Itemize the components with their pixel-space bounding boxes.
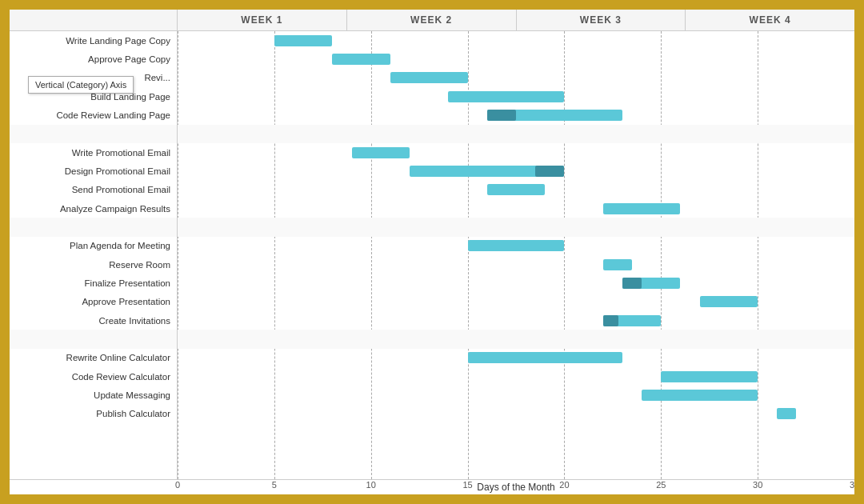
x-tick: 0 bbox=[175, 480, 180, 490]
task-label: Write Landing Page Copy bbox=[10, 31, 177, 50]
task-label: Publish Calculator bbox=[10, 405, 177, 423]
task-label: Rewrite Online Calculator bbox=[10, 349, 177, 367]
bar-row bbox=[178, 405, 854, 423]
weeks-area: WEEK 1WEEK 2WEEK 3WEEK 4 bbox=[178, 10, 854, 30]
bar-row bbox=[178, 69, 854, 87]
label-col-header bbox=[10, 10, 178, 30]
gantt-bar-light bbox=[487, 184, 546, 195]
bar-row bbox=[178, 237, 854, 255]
x-tick: 20 bbox=[559, 480, 569, 490]
task-label: Write Promotional Email bbox=[10, 143, 177, 162]
labels-column: Write Landing Page CopyApprove Page Copy… bbox=[10, 31, 178, 479]
x-axis-spacer bbox=[10, 480, 178, 494]
bar-row bbox=[178, 311, 854, 330]
x-tick: 35 bbox=[850, 480, 856, 490]
label-spacer bbox=[10, 330, 177, 348]
bar-spacer-row bbox=[178, 125, 854, 143]
x-tick: 10 bbox=[366, 480, 376, 490]
bar-spacer-row bbox=[178, 330, 854, 348]
x-tick: 30 bbox=[753, 480, 762, 490]
task-label: Send Promotional Email bbox=[10, 181, 177, 199]
bar-row bbox=[178, 293, 854, 311]
gantt-bar-light bbox=[777, 408, 796, 419]
x-tick: 15 bbox=[462, 480, 472, 490]
gantt-chart: WEEK 1WEEK 2WEEK 3WEEK 4 Write Landing P… bbox=[8, 8, 856, 496]
gantt-bar-light bbox=[352, 147, 410, 158]
task-label: Design Promotional Email bbox=[10, 162, 177, 180]
gantt-bar-dark bbox=[603, 315, 618, 326]
gantt-bar-dark bbox=[487, 110, 516, 121]
task-label: Update Messaging bbox=[10, 386, 177, 404]
week-header: WEEK 1WEEK 2WEEK 3WEEK 4 bbox=[10, 10, 854, 31]
bar-spacer-row bbox=[178, 218, 854, 236]
gantt-bar-light bbox=[468, 240, 565, 251]
gantt-bar-light bbox=[468, 352, 622, 363]
bar-row bbox=[178, 143, 854, 162]
x-tick: 5 bbox=[272, 480, 277, 490]
task-label: Analyze Campaign Results bbox=[10, 199, 177, 218]
bar-row bbox=[178, 50, 854, 68]
chart-body: Write Landing Page CopyApprove Page Copy… bbox=[10, 31, 854, 479]
task-label: Approve Presentation bbox=[10, 293, 177, 311]
bars-area bbox=[178, 31, 854, 479]
task-label: Reserve Room bbox=[10, 255, 177, 274]
task-label: Finalize Presentation bbox=[10, 274, 177, 292]
task-label: Create Invitations bbox=[10, 311, 177, 330]
task-label: Plan Agenda for Meeting bbox=[10, 237, 177, 255]
gantt-bar-light bbox=[700, 296, 758, 307]
bar-row bbox=[178, 181, 854, 199]
week-label: WEEK 1 bbox=[178, 10, 347, 30]
task-label: Code Review Landing Page bbox=[10, 106, 177, 124]
gantt-bar-light bbox=[274, 35, 333, 46]
bar-row bbox=[178, 87, 854, 106]
bar-row bbox=[178, 274, 854, 292]
gantt-bar-dark bbox=[535, 166, 564, 177]
bar-row bbox=[178, 255, 854, 274]
week-label: WEEK 2 bbox=[347, 10, 517, 30]
bar-row bbox=[178, 31, 854, 50]
bar-row bbox=[178, 106, 854, 124]
bar-row bbox=[178, 162, 854, 180]
week-label: WEEK 4 bbox=[686, 10, 854, 30]
gantt-bar-light bbox=[390, 72, 468, 83]
label-spacer bbox=[10, 125, 177, 143]
bar-row bbox=[178, 349, 854, 367]
gantt-bar-light bbox=[661, 371, 758, 382]
label-spacer bbox=[10, 218, 177, 236]
gantt-bar-dark bbox=[622, 278, 642, 289]
gantt-bar-light bbox=[603, 259, 632, 270]
bar-row bbox=[178, 367, 854, 386]
gantt-bar-light bbox=[642, 390, 758, 401]
week-label: WEEK 3 bbox=[517, 10, 686, 30]
x-axis: 05101520253035 Days of the Month bbox=[10, 479, 854, 494]
gantt-bar-light bbox=[332, 54, 390, 65]
gantt-bar-light bbox=[603, 203, 681, 214]
bar-row bbox=[178, 199, 854, 218]
tooltip-box: Vertical (Category) Axis bbox=[28, 76, 134, 94]
bar-row bbox=[178, 386, 854, 404]
tooltip-text: Vertical (Category) Axis bbox=[35, 80, 126, 90]
task-label: Code Review Calculator bbox=[10, 367, 177, 386]
x-tick: 25 bbox=[656, 480, 666, 490]
task-label: Approve Page Copy bbox=[10, 50, 177, 68]
gantt-bar-light bbox=[448, 91, 564, 102]
